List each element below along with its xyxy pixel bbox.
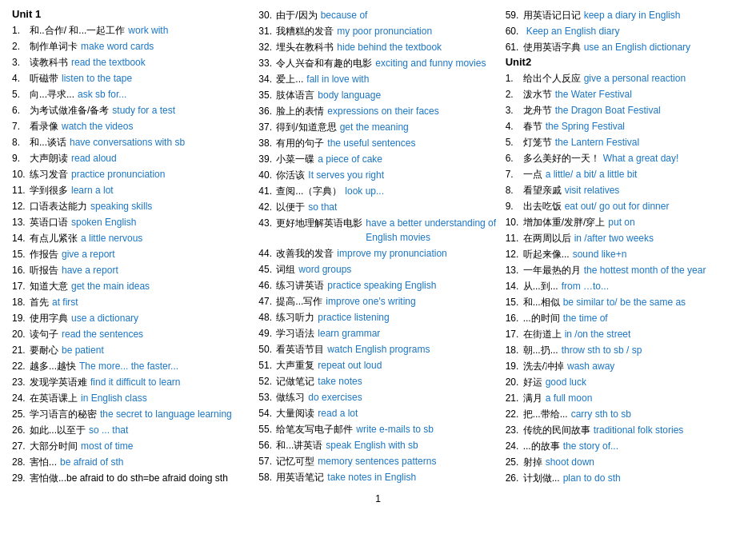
vocab-item: 18.首先at first [12, 295, 250, 309]
item-chinese: 记忆可型 [276, 454, 314, 468]
item-number: 25. [506, 455, 523, 469]
columns-wrapper: Unit 11.和..合作/ 和...一起工作work with2.制作单词卡m… [12, 8, 744, 487]
item-chinese: 口语表达能力 [30, 199, 87, 213]
item-chinese: 查阅...（字典） [276, 184, 342, 198]
item-number: 20. [506, 375, 523, 389]
item-english: wash away [567, 359, 614, 373]
item-number: 59. [506, 8, 523, 22]
item-english: the story of... [563, 439, 618, 453]
item-chinese: 一点 [523, 167, 542, 181]
item-number: 23. [506, 423, 523, 437]
vocab-item: 59.用英语记日记keep a diary in English [506, 8, 744, 22]
vocab-item: 26.如此...以至于so ... that [12, 423, 250, 437]
item-chinese: 我糟糕的发音 [276, 24, 334, 38]
item-number: 17. [506, 327, 523, 341]
vocab-item: 11.在两周以后in /after two weeks [506, 231, 744, 245]
item-chinese: 听报告 [30, 263, 58, 277]
item-number: 54. [258, 406, 276, 420]
item-chinese: 给出个人反应 [523, 71, 581, 86]
item-english: speak English with sb [326, 438, 418, 452]
item-number: 24. [506, 439, 523, 453]
item-english: the Lantern Festival [555, 135, 639, 149]
vocab-item: 57.记忆可型memory sentences patterns [258, 454, 497, 468]
item-chinese: 增加体重/发胖/穿上 [523, 215, 606, 229]
item-number: 31. [258, 24, 276, 38]
item-english: use an English dictionary [584, 40, 690, 54]
item-number: 8. [506, 183, 523, 197]
item-number: 2. [12, 39, 30, 54]
item-english: a little nervous [81, 231, 142, 245]
vocab-item: 2.制作单词卡make word cards [12, 39, 250, 54]
item-number: 26. [506, 471, 523, 485]
item-number: 19. [12, 311, 30, 325]
item-chinese: 在英语课上 [30, 391, 78, 405]
item-english: read the sentences [62, 327, 143, 341]
item-chinese: 读句子 [30, 327, 58, 341]
item-number: 37. [258, 120, 276, 134]
item-number: 23. [12, 375, 30, 389]
item-english: most of time [81, 439, 133, 453]
item-chinese: 使用英语字典 [523, 40, 581, 54]
vocab-item: 51.大声重复repeat out loud [258, 358, 497, 373]
item-english: use a dictionary [71, 311, 138, 325]
vocab-item: 16.听报告have a report [12, 263, 250, 277]
vocab-item: 2.泼水节the Water Festival [506, 87, 744, 102]
vocab-item: 12.口语表达能力speaking skills [12, 199, 250, 213]
item-english: exciting and funny movies [375, 56, 486, 70]
item-number: 49. [258, 326, 276, 341]
item-number: 22. [506, 407, 523, 421]
item-english: memory sentences patterns [318, 454, 436, 468]
item-number: 16. [506, 311, 523, 325]
item-english: look up... [345, 184, 384, 198]
item-number: 1. [12, 23, 30, 38]
item-number: 10. [12, 167, 30, 181]
item-english: What a great day! [603, 151, 679, 165]
vocab-item: 18.朝...扔...throw sth to sb / sp [506, 343, 744, 357]
item-english: watch the videos [62, 119, 133, 134]
vocab-item: 13.一年最热的月the hottest month of the year [506, 263, 744, 277]
vocab-item: 28.害怕...be afraid of sth [12, 455, 250, 469]
item-english: read the textbook [71, 55, 146, 70]
item-chinese: 使用字典 [30, 311, 68, 325]
item-english: body language [318, 88, 381, 102]
column-1: Unit 11.和..合作/ 和...一起工作work with2.制作单词卡m… [12, 8, 254, 487]
item-number: 15. [506, 295, 523, 309]
item-number: 57. [258, 454, 276, 468]
item-english: from …to... [562, 279, 609, 293]
item-english: be similar to/ be the same as [563, 295, 686, 309]
vocab-item: 11.学到很多learn a lot [12, 183, 250, 197]
item-number: 11. [506, 231, 523, 245]
item-english: the Dragon Boat Festival [555, 103, 661, 118]
item-number: 8. [12, 135, 30, 149]
item-english: eat out/ go out for dinner [565, 199, 670, 213]
vocab-item: 6.多么美好的一天！What a great day! [506, 151, 744, 165]
item-number: 6. [506, 151, 523, 165]
item-chinese: 把...带给... [523, 407, 568, 421]
vocab-item: 44.改善我的发音improve my pronunciation [258, 246, 497, 261]
item-chinese: 改善我的发音 [276, 246, 334, 261]
item-number: 30. [258, 8, 276, 22]
item-english: Keep an English diary [526, 24, 620, 38]
item-chinese: 练习听力 [276, 310, 314, 325]
vocab-item: 46.练习讲英语practice speaking English [258, 278, 497, 293]
item-english: speaking skills [90, 199, 152, 213]
item-chinese: 有用的句子 [276, 136, 324, 150]
item-number: 45. [258, 262, 276, 277]
vocab-item: 39.小菜一碟a piece of cake [258, 152, 497, 166]
item-chinese: 学到很多 [30, 183, 68, 197]
item-chinese: 提高...写作 [276, 294, 322, 309]
item-english: a little/ a bit/ a little bit [546, 167, 638, 181]
item-english: give a report [62, 247, 115, 261]
vocab-item: 61.使用英语字典use an English dictionary [506, 40, 744, 54]
item-english: find it difficult to learn [90, 375, 181, 389]
item-chinese: 春节 [523, 119, 542, 134]
vocab-item: 17.在街道上in /on the street [506, 327, 744, 341]
vocab-item: 56.和...讲英语speak English with sb [258, 438, 497, 452]
item-english: listen to the tape [62, 71, 132, 86]
item-english: read a lot [318, 406, 358, 420]
item-chinese: 龙舟节 [523, 103, 552, 118]
item-number: 21. [12, 343, 30, 357]
item-english: the useful sentences [327, 136, 415, 150]
item-english: improve my pronunciation [337, 246, 446, 261]
page-container: Unit 11.和..合作/ 和...一起工作work with2.制作单词卡m… [12, 8, 744, 504]
